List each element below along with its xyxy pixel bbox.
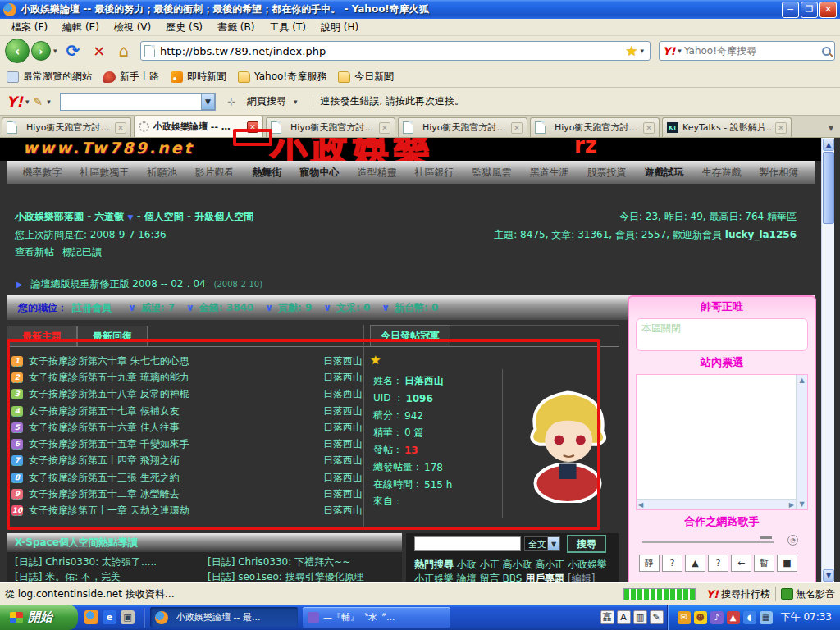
hot-search-links[interactable]: 小政 小正 高小政 高小正 小政娛樂 (457, 559, 607, 570)
menu-file[interactable]: 檔案 (F) (5, 19, 54, 36)
stop-button[interactable]: ✕ (86, 43, 112, 60)
player-stop-button[interactable]: ■ (777, 555, 797, 572)
hot-search-links[interactable]: 小正娛樂 論壇 留言 BBS (414, 573, 522, 582)
nav-item[interactable]: 遊戲試玩 (645, 166, 684, 180)
yahoo-toolbar-logo[interactable]: Y! (7, 94, 23, 110)
edit-link[interactable]: [編輯] (568, 573, 595, 582)
xspace-entry[interactable]: [日誌] Chris0330: 下禮拜六~~ (208, 555, 350, 569)
xspace-entry[interactable]: [日誌] Chris0330: 太誇張了..... (15, 555, 157, 569)
announcement[interactable]: ▶ 論壇總版規重新修正版 2008 -- 02．04 (2008-2-10) (16, 277, 262, 291)
tab-3[interactable]: Hiyo衝天跑官方討…✕ (266, 117, 395, 137)
menu-history[interactable]: 歷史 (S) (159, 19, 209, 36)
player-seek-track[interactable] (642, 541, 774, 543)
xspace-entry[interactable]: [日誌] seo1seo: 搜尋引擎優化原理 (208, 570, 364, 582)
yahoo-search-box[interactable]: Y! ▾ (659, 41, 835, 61)
tab-close-icon[interactable]: ✕ (115, 122, 126, 134)
close-button[interactable]: ✕ (819, 2, 837, 18)
menu-view[interactable]: 檢視 (V) (107, 19, 158, 36)
nav-item[interactable]: 影片觀看 (195, 166, 235, 180)
tab-4[interactable]: Hiyo衝天跑官方討…✕ (398, 117, 527, 137)
player-mute-button[interactable]: 靜 (639, 555, 660, 572)
menu-edit[interactable]: 編輯 (E) (56, 19, 106, 36)
tab-close-icon[interactable]: ✕ (379, 122, 390, 134)
scroll-up-icon[interactable]: ▲ (799, 377, 804, 384)
nav-item[interactable]: 祈願池 (148, 166, 177, 180)
bookmark-most-visited[interactable]: 最常瀏覽的網站 (7, 70, 92, 84)
scroll-left-icon[interactable]: ◀ (638, 501, 643, 509)
media-tray-icon[interactable]: ♪ (710, 611, 724, 624)
mail-tray-icon[interactable]: ✉ (678, 611, 691, 624)
menu-tools[interactable]: 工具 (T) (262, 19, 313, 36)
wretch-video-button[interactable]: 無名影音 (781, 587, 835, 601)
volume-tray-icon[interactable]: ◖ (743, 611, 756, 624)
update-tray-icon[interactable]: ▲ (727, 611, 740, 624)
restore-button[interactable]: ❐ (801, 2, 818, 18)
desktop-quicklaunch-icon[interactable]: ▣ (121, 610, 135, 624)
player-pause-button[interactable]: 暫 (754, 555, 774, 572)
user-topics-link[interactable]: 用戶專題 (525, 573, 564, 582)
bookmark-today-news[interactable]: 今日新聞 (338, 70, 394, 84)
tab-1[interactable]: Hiyo衝天跑官方討…✕ (2, 117, 131, 137)
xspace-entry[interactable]: [日誌] 米。佑: 不，完美 (15, 570, 121, 582)
page-scrollbar[interactable]: ▲ ▼ (821, 138, 834, 582)
menu-bookmarks[interactable]: 書籤 (B) (211, 19, 261, 36)
firefox-quicklaunch-icon[interactable] (84, 610, 98, 624)
scrollbar-thumb[interactable] (823, 152, 834, 224)
horizontal-scrollbar[interactable]: ◀▶ (637, 499, 796, 509)
back-button[interactable]: ‹ (5, 39, 30, 63)
reload-button[interactable]: ⟳ (60, 41, 87, 61)
bookmark-dropdown-icon[interactable]: ▾ (637, 47, 646, 55)
scroll-right-icon[interactable]: ▶ (789, 501, 794, 509)
pencil-icon[interactable]: ✎ (32, 95, 45, 108)
breadcrumb-dropdown-icon[interactable]: ▼ (128, 213, 134, 221)
bookmark-star-icon[interactable]: ★ (625, 43, 637, 59)
toolbar-search-input[interactable] (61, 95, 201, 107)
search-engine-dropdown-icon[interactable]: ▾ (675, 47, 684, 55)
vertical-scrollbar[interactable]: ▲▼ (796, 375, 807, 509)
sidebar-poll-box[interactable]: ▲▼ ◀▶ (636, 374, 808, 510)
ime-tools-icon[interactable]: ✎ (650, 610, 664, 624)
url-bar[interactable]: ★ ▾ (140, 41, 651, 61)
search-input[interactable] (684, 45, 822, 57)
ime-pad-icon[interactable]: ▥ (633, 610, 647, 624)
nav-item[interactable]: 生存遊戲 (702, 166, 742, 180)
mark-read-link[interactable]: 標記已讀 (62, 245, 102, 259)
taskbar-window-chat[interactable]: —『輔』〝水〞... (303, 607, 450, 628)
nav-item[interactable]: 社區銀行 (415, 166, 454, 180)
ime-indicator[interactable]: 譶 (600, 610, 614, 624)
bookmark-getting-started[interactable]: 新手上路 (103, 70, 159, 84)
tab-close-icon[interactable]: ✕ (511, 122, 523, 134)
view-new-posts-link[interactable]: 查看新帖 (15, 245, 54, 259)
toolbar-splitter[interactable]: ⊹ (222, 96, 240, 107)
nav-item[interactable]: 股票投資 (587, 166, 627, 180)
search-magnifier-icon[interactable] (822, 47, 831, 56)
nav-item[interactable]: 黑道生涯 (530, 166, 569, 180)
url-input[interactable] (160, 45, 625, 57)
menu-help[interactable]: 說明 (H) (314, 19, 365, 36)
yahoo-rank-button[interactable]: Y!搜尋排行榜 (706, 587, 770, 601)
start-button[interactable]: 開始 (0, 605, 78, 630)
home-button[interactable]: ⌂ (112, 41, 135, 61)
player-button[interactable]: ? (708, 555, 728, 572)
scroll-down-icon[interactable]: ▼ (799, 500, 804, 508)
ie-quicklaunch-icon[interactable]: e (103, 610, 116, 624)
nav-item[interactable]: 熱舞街 (253, 166, 282, 180)
tab-close-icon[interactable]: ✕ (643, 122, 655, 134)
scroll-down-icon[interactable]: ▼ (823, 569, 834, 582)
tab-overflow-dropdown-icon[interactable]: ▾ (824, 119, 838, 137)
taskbar-window-forum[interactable]: 小政娛樂論壇 -- 最... (150, 607, 298, 628)
player-button[interactable]: ? (662, 555, 682, 572)
player-volume-up-button[interactable]: ▲ (685, 555, 705, 572)
forum-search-button[interactable]: 搜尋 (567, 535, 606, 553)
bookmark-latest-news[interactable]: 即時新聞 (171, 70, 226, 84)
announcement-link[interactable]: 論壇總版規重新修正版 2008 -- 02．04 (31, 278, 206, 290)
messenger-tray-icon[interactable]: ☻ (694, 611, 707, 624)
tab-close-icon[interactable]: ✕ (775, 122, 787, 134)
ime-mode-a[interactable]: A (617, 610, 631, 624)
forward-button[interactable]: › (31, 41, 51, 61)
forum-search-input[interactable] (414, 536, 521, 551)
yahoo-menu-dropdown-icon[interactable]: ▾ (23, 98, 32, 106)
network-tray-icon[interactable]: ▦ (760, 611, 773, 624)
minimize-button[interactable]: ─ (782, 2, 799, 18)
nav-item[interactable]: 社區數獨王 (80, 166, 130, 180)
